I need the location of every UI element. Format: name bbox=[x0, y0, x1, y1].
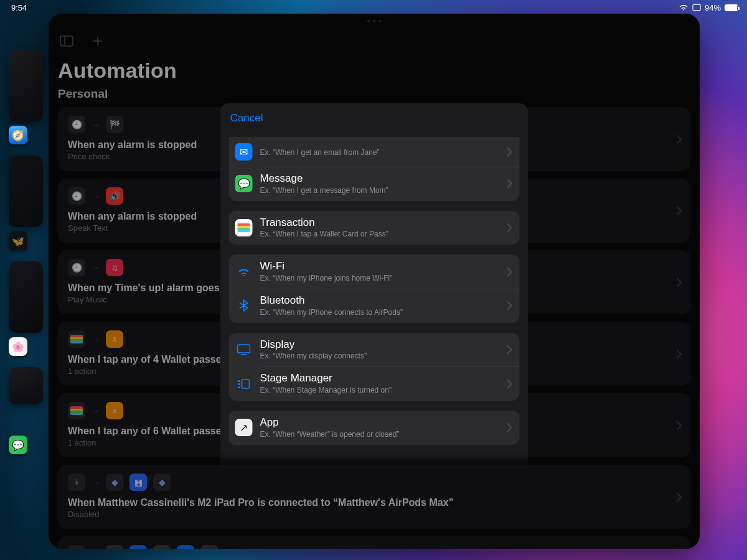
stage-manager-icon bbox=[235, 375, 253, 393]
svg-rect-7 bbox=[242, 380, 250, 388]
row-title: Bluetooth bbox=[260, 295, 403, 307]
trigger-row-email[interactable]: ✉︎ Email Ex. “When I get an email from J… bbox=[229, 137, 520, 167]
automation-trigger-sheet: Cancel ✉︎ Email Ex. “When I get an email… bbox=[220, 103, 529, 470]
row-title: Display bbox=[260, 339, 367, 351]
trigger-row-stage-manager[interactable]: Stage Manager Ex. “When Stage Manager is… bbox=[229, 366, 520, 401]
bluetooth-icon bbox=[235, 297, 253, 314]
trigger-group-communication: ✉︎ Email Ex. “When I get an email from J… bbox=[229, 137, 520, 201]
trigger-group-display: Display Ex. “When my display connects” S… bbox=[229, 333, 520, 401]
cancel-button[interactable]: Cancel bbox=[230, 112, 263, 124]
stage-manager-pile[interactable] bbox=[9, 261, 43, 333]
mail-icon: ✉︎ bbox=[235, 143, 253, 161]
orientation-lock-icon bbox=[692, 4, 701, 11]
messages-app-icon[interactable]: 💬 bbox=[9, 436, 27, 454]
svg-rect-5 bbox=[238, 345, 250, 353]
row-example: Ex. “When my iPhone joins home Wi-Fi” bbox=[260, 274, 393, 282]
trigger-row-message[interactable]: 💬 Message Ex. “When I get a message from… bbox=[229, 167, 520, 201]
row-title: Stage Manager bbox=[260, 373, 392, 385]
stage-manager-pile[interactable] bbox=[9, 156, 43, 227]
row-title: Transaction bbox=[260, 217, 388, 229]
svg-rect-8 bbox=[238, 380, 240, 382]
bear-app-icon[interactable]: 🦋 bbox=[9, 231, 27, 250]
wifi-icon bbox=[679, 4, 688, 11]
shortcuts-window: Automation Personal 🕘 → 🏁 When any alarm… bbox=[49, 14, 700, 549]
trigger-row-wifi[interactable]: Wi-Fi Ex. “When my iPhone joins home Wi-… bbox=[229, 254, 520, 289]
trigger-row-transaction[interactable]: Transaction Ex. “When I tap a Wallet Car… bbox=[229, 211, 520, 245]
trigger-group-wallet: Transaction Ex. “When I tap a Wallet Car… bbox=[229, 211, 520, 245]
message-icon: 💬 bbox=[235, 175, 253, 192]
stage-manager-pile[interactable] bbox=[9, 367, 43, 404]
chevron-right-icon bbox=[507, 223, 512, 232]
wallet-icon bbox=[235, 219, 253, 236]
svg-rect-10 bbox=[238, 386, 240, 388]
row-title: Message bbox=[260, 173, 388, 185]
battery-icon bbox=[725, 4, 738, 11]
photos-app-icon[interactable]: 🌸 bbox=[9, 337, 27, 356]
svg-rect-9 bbox=[238, 383, 240, 385]
battery-pct: 94% bbox=[705, 3, 721, 12]
chevron-right-icon bbox=[507, 179, 512, 188]
chevron-right-icon bbox=[507, 380, 512, 388]
display-icon bbox=[235, 341, 253, 358]
chevron-right-icon bbox=[507, 301, 512, 310]
trigger-group-app: ↗ App Ex. “When “Weather” is opened or c… bbox=[229, 411, 520, 445]
trigger-row-bluetooth[interactable]: Bluetooth Ex. “When my iPhone connects t… bbox=[229, 289, 520, 323]
trigger-group-connectivity: Wi-Fi Ex. “When my iPhone joins home Wi-… bbox=[229, 254, 520, 322]
app-icon: ↗ bbox=[235, 419, 253, 436]
row-example: Ex. “When my display connects” bbox=[260, 352, 367, 360]
row-example: Ex. “When I tap a Wallet Card or Pass” bbox=[260, 230, 388, 238]
chevron-right-icon bbox=[507, 147, 512, 156]
chevron-right-icon bbox=[507, 268, 512, 276]
row-example: Ex. “When Stage Manager is turned on” bbox=[260, 386, 392, 394]
trigger-row-app[interactable]: ↗ App Ex. “When “Weather” is opened or c… bbox=[229, 411, 520, 445]
safari-app-icon[interactable]: 🧭 bbox=[9, 126, 27, 144]
row-title: Wi-Fi bbox=[260, 261, 393, 273]
row-example: Ex. “When “Weather” is opened or closed” bbox=[260, 430, 400, 439]
chevron-right-icon bbox=[507, 345, 512, 354]
status-bar: 9:54 94% bbox=[0, 0, 747, 14]
stage-manager-pile[interactable] bbox=[9, 50, 43, 121]
wifi-icon bbox=[235, 263, 253, 281]
row-example: Ex. “When I get a message from Mom” bbox=[260, 186, 388, 195]
row-example: Ex. “When I get an email from Jane” bbox=[260, 148, 380, 157]
status-time: 9:54 bbox=[11, 3, 27, 12]
row-example: Ex. “When my iPhone connects to AirPods” bbox=[260, 308, 403, 317]
chevron-right-icon bbox=[507, 423, 512, 432]
row-title: App bbox=[260, 417, 400, 429]
trigger-row-display[interactable]: Display Ex. “When my display connects” bbox=[229, 333, 520, 367]
svg-rect-0 bbox=[693, 4, 700, 11]
